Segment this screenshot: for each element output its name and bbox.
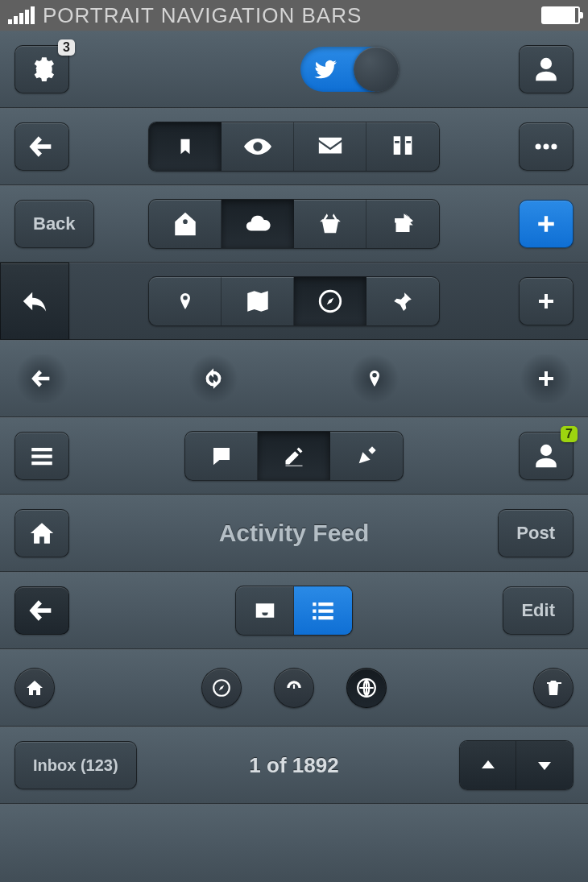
circ-group <box>201 668 387 708</box>
circ-compass-button[interactable] <box>201 668 242 708</box>
status-title: PORTRAIT NAVIGATION BARS <box>43 3 362 28</box>
pin-icon <box>365 365 384 392</box>
navbar-7: Activity Feed Post <box>0 495 588 572</box>
back-ghost-button[interactable] <box>14 354 69 403</box>
reply-icon <box>21 288 48 315</box>
seg-book[interactable] <box>366 122 439 171</box>
segment-compose-group <box>184 431 404 481</box>
trash-icon <box>544 674 563 702</box>
reply-button[interactable] <box>0 263 69 340</box>
plus-icon <box>536 365 556 392</box>
seg-compass[interactable] <box>294 277 366 325</box>
post-button[interactable]: Post <box>498 509 574 557</box>
circ-trash-button[interactable] <box>533 668 574 708</box>
chat-icon <box>209 442 234 470</box>
toggle-knob <box>354 47 399 92</box>
navbar-3: Back <box>0 185 588 263</box>
pen-icon <box>355 442 378 470</box>
arrow-left-icon <box>31 365 53 392</box>
segment-home-group <box>148 199 440 249</box>
segment-location-group <box>148 276 440 326</box>
arrow-left-icon <box>28 597 56 624</box>
twitter-icon <box>313 57 337 81</box>
back-button[interactable] <box>14 122 69 171</box>
back-dark-button[interactable] <box>14 586 69 635</box>
eye-icon <box>244 133 271 160</box>
pushpin-icon <box>392 288 413 315</box>
triangle-up-icon <box>478 752 498 779</box>
home-icon <box>25 674 44 702</box>
plus-icon <box>536 288 556 315</box>
signal-icon <box>8 6 35 24</box>
refresh-icon <box>202 365 225 392</box>
inbox-button[interactable]: Inbox (123) <box>14 741 137 789</box>
navbar-8: Edit <box>0 572 588 649</box>
inbox-icon <box>253 597 277 624</box>
settings-button[interactable]: 3 <box>14 45 69 93</box>
mail-icon <box>317 133 344 160</box>
segment-bookmark-group <box>148 122 440 172</box>
globe-icon <box>356 674 377 702</box>
plus-icon <box>536 210 557 238</box>
seg-mail[interactable] <box>294 122 366 171</box>
seg-pen[interactable] <box>330 432 403 480</box>
map-icon <box>244 288 271 315</box>
bookmark-icon <box>176 133 194 160</box>
seg-down[interactable] <box>516 741 573 789</box>
refresh-button[interactable] <box>189 354 238 403</box>
seg-up[interactable] <box>460 741 516 789</box>
navbar-9 <box>0 649 588 727</box>
seg-map[interactable] <box>222 277 294 325</box>
seg-cloud[interactable] <box>222 200 294 248</box>
add-button[interactable] <box>519 200 574 248</box>
seg-pushpin[interactable] <box>366 277 439 325</box>
navbar-2 <box>0 108 588 185</box>
gear-icon <box>28 56 56 83</box>
triangle-down-icon <box>535 752 554 779</box>
seg-basket[interactable] <box>294 200 366 248</box>
back-text-button[interactable]: Back <box>14 200 94 248</box>
seg-birdhouse[interactable] <box>149 200 222 248</box>
profile-notif-button[interactable]: 7 <box>519 432 574 480</box>
battery-icon <box>541 6 580 24</box>
add-ghost-button[interactable] <box>519 354 574 403</box>
seg-pencil[interactable] <box>258 432 330 480</box>
menu-button[interactable] <box>14 432 69 480</box>
page-title: Activity Feed <box>219 520 370 547</box>
navbar-5 <box>0 340 588 417</box>
navbar-1: 3 <box>0 31 588 108</box>
circ-globe-button[interactable] <box>346 668 387 708</box>
user-icon <box>532 442 560 470</box>
circ-gauge-button[interactable] <box>274 668 314 708</box>
more-button[interactable] <box>519 122 574 171</box>
navbar-10: Inbox (123) 1 of 1892 <box>0 727 588 804</box>
share-icon <box>389 210 416 238</box>
home-button[interactable] <box>14 509 69 557</box>
circ-home-button[interactable] <box>14 668 55 708</box>
compass-icon <box>211 674 232 702</box>
menu-icon <box>28 442 56 470</box>
seg-pin[interactable] <box>149 277 222 325</box>
profile-button[interactable] <box>519 45 574 93</box>
edit-button[interactable]: Edit <box>503 586 574 635</box>
seg-eye[interactable] <box>222 122 294 171</box>
navbar-empty <box>0 804 588 882</box>
birdhouse-icon <box>172 210 199 238</box>
seg-inbox-view[interactable] <box>236 586 294 635</box>
gauge-icon <box>284 674 304 702</box>
seg-chat[interactable] <box>185 432 258 480</box>
pencil-icon <box>283 442 305 470</box>
dots-icon <box>532 133 560 160</box>
segment-view-group <box>235 586 353 636</box>
counter-label: 1 of 1892 <box>249 753 338 778</box>
seg-bookmark[interactable] <box>149 122 222 171</box>
home-icon <box>28 520 56 547</box>
list-icon <box>309 597 337 624</box>
basket-icon <box>317 210 344 238</box>
location-button[interactable] <box>350 354 399 403</box>
seg-list-view[interactable] <box>294 586 352 635</box>
navbar-4 <box>0 263 588 340</box>
twitter-toggle[interactable] <box>300 47 397 92</box>
seg-share[interactable] <box>366 200 439 248</box>
add-plain-button[interactable] <box>519 277 574 325</box>
